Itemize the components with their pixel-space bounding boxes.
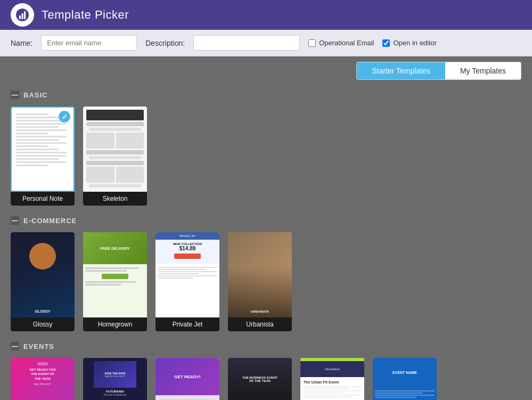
template-card-homegrown[interactable]: FREE DELIVERY Homegrown [83, 232, 147, 331]
section-basic-toggle[interactable]: — [11, 91, 19, 99]
template-preview-carnival: GET READY FORTHE EVENT OFTHE YEAR May 20… [11, 358, 75, 400]
section-ecommerce-header: — E-COMMERCE [11, 216, 521, 225]
open-in-editor-label[interactable]: Open in editor [393, 39, 437, 47]
section-events-toggle[interactable]: — [11, 342, 19, 350]
selected-badge-personal-note: ✓ [59, 111, 70, 123]
app-title: Template Picker [42, 8, 129, 22]
template-label-glossy: Glossy [11, 317, 75, 331]
template-card-private-jet[interactable]: PRIVATE JET NEW COLLECTION $14.89 [155, 232, 219, 331]
template-preview-urbanista: URBANISTA [228, 232, 292, 317]
template-preview-skeleton [83, 107, 147, 192]
template-card-iceberg[interactable]: THE BUSINESS EVENTOF THE YEAR Iceberg [228, 358, 292, 400]
template-label-private-jet: Private Jet [155, 317, 219, 331]
description-input[interactable] [193, 35, 300, 51]
template-card-carnival[interactable]: GET READY FORTHE EVENT OFTHE YEAR May 20… [11, 358, 75, 400]
section-basic-header: — BASIC [11, 91, 521, 99]
template-card-show-time[interactable]: EVENT NAME Our Gorgeous Speakers [373, 358, 437, 400]
template-preview-iceberg: THE BUSINESS EVENTOF THE YEAR [228, 358, 292, 400]
app-header: Template Picker [0, 0, 532, 30]
name-input[interactable] [41, 35, 137, 51]
template-label-personal-note: Personal Note [11, 192, 75, 206]
tab-bar: Starter Templates My Templates [0, 56, 532, 80]
section-ecommerce-toggle[interactable]: — [11, 216, 19, 225]
operational-email-group: Operational Email [308, 39, 374, 47]
template-label-homegrown: Homegrown [83, 317, 147, 331]
template-card-futurama[interactable]: SAVE THE DATE MARKETING EVENT FUTURAMA A… [83, 358, 147, 400]
tab-my-templates[interactable]: My Templates [445, 62, 521, 79]
template-preview-limon: Clovertime The Urban Fit Event [300, 358, 364, 400]
app-logo [11, 3, 34, 27]
template-preview-homegrown: FREE DELIVERY [83, 232, 147, 317]
template-preview-private-jet: PRIVATE JET NEW COLLECTION $14.89 [155, 232, 219, 317]
template-preview-futurama: SAVE THE DATE MARKETING EVENT FUTURAMA A… [83, 358, 147, 400]
template-preview-glossy: GLOSSY [11, 232, 75, 317]
open-in-editor-group: Open in editor [382, 39, 437, 47]
section-ecommerce-title: E-COMMERCE [23, 217, 77, 225]
template-tab-group: Starter Templates My Templates [356, 62, 521, 80]
template-card-glossy[interactable]: GLOSSY Glossy [11, 232, 75, 331]
template-card-personal-note[interactable]: ✓ Personal Note [11, 107, 75, 206]
name-label: Name: [11, 39, 32, 47]
operational-email-label[interactable]: Operational Email [319, 39, 374, 47]
operational-email-checkbox[interactable] [308, 39, 316, 47]
template-label-skeleton: Skeleton [83, 192, 147, 206]
description-label: Description: [145, 39, 185, 47]
template-preview-show-time: EVENT NAME Our Gorgeous Speakers [373, 358, 437, 400]
svg-rect-3 [24, 11, 26, 19]
svg-rect-2 [22, 13, 23, 19]
section-ecommerce: — E-COMMERCE GLOSSY Glossy FREE DEL [11, 216, 521, 331]
svg-rect-1 [19, 15, 21, 19]
basic-template-grid: ✓ Personal Note [11, 107, 521, 206]
section-basic-title: BASIC [23, 91, 47, 99]
events-template-grid: GET READY FORTHE EVENT OFTHE YEAR May 20… [11, 358, 521, 400]
template-card-get-ready[interactable]: GET READY! Get Ready [155, 358, 219, 400]
tab-starter-templates[interactable]: Starter Templates [357, 62, 445, 79]
section-events: — EVENTS GET READY FORTHE EVENT OFTHE YE… [11, 342, 521, 400]
toolbar: Name: Description: Operational Email Ope… [0, 30, 532, 56]
open-in-editor-checkbox[interactable] [382, 39, 390, 47]
template-card-skeleton[interactable]: Skeleton [83, 107, 147, 206]
template-label-urbanista: Urbanista [228, 317, 292, 331]
template-card-limon[interactable]: Clovertime The Urban Fit Event Limón [300, 358, 364, 400]
template-preview-personal-note: ✓ [11, 107, 75, 192]
content-area: — BASIC [0, 80, 532, 400]
template-preview-get-ready: GET READY! [155, 358, 219, 400]
section-basic: — BASIC [11, 91, 521, 206]
section-events-title: EVENTS [23, 342, 54, 350]
template-card-urbanista[interactable]: URBANISTA Urbanista [228, 232, 292, 331]
ecommerce-template-grid: GLOSSY Glossy FREE DELIVERY [11, 232, 521, 331]
section-events-header: — EVENTS [11, 342, 521, 350]
